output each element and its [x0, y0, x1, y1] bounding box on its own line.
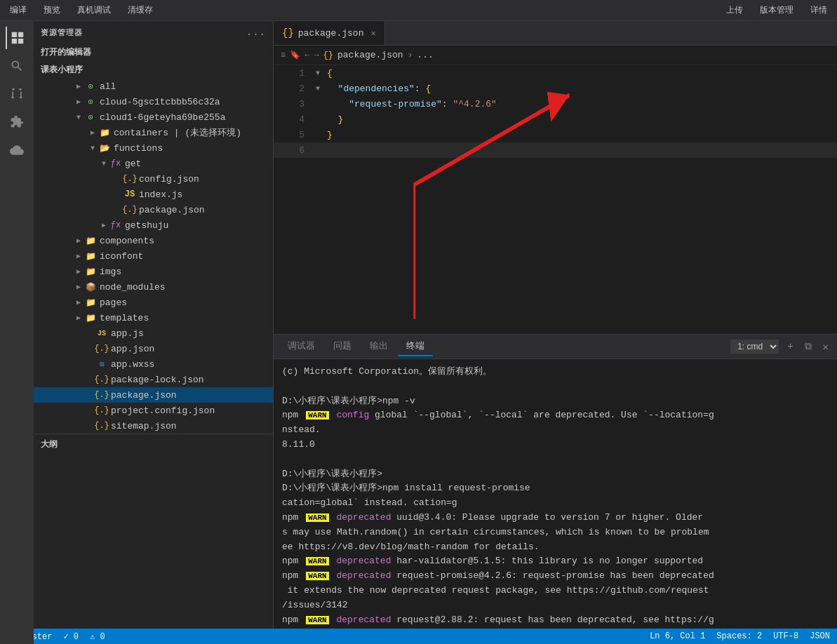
terminal-line-warn-rp3: /issues/3142	[282, 598, 829, 613]
status-errors[interactable]: ✓ 0	[63, 631, 79, 642]
code-line-6: 6	[274, 142, 837, 158]
top-toolbar: 编译 预览 真机调试 清缓存 上传 版本管理 详情	[0, 0, 837, 21]
func-icon-get: ƒx	[109, 157, 122, 170]
tree-item-containers[interactable]: ▶ 📁 containers | (未选择环境)	[34, 125, 273, 140]
panel-btn-add[interactable]: +	[784, 340, 796, 354]
tree-arrow-all: ▶	[73, 82, 84, 90]
folder-icon-iconfont: 📁	[84, 250, 97, 262]
tree-item-templates[interactable]: ▶ 📁 templates	[34, 310, 273, 326]
tree-item-app-json[interactable]: {.} app.json	[34, 341, 273, 356]
tree-arrow-imgs: ▶	[73, 267, 84, 276]
project-label[interactable]: 课表小程序	[34, 61, 273, 79]
tree-item-app-wxss[interactable]: ≋ app.wxss	[34, 356, 273, 372]
sidebar-header-dots[interactable]: ...	[246, 27, 266, 38]
terminal-line-warn1cont: nstead.	[282, 423, 829, 438]
tree-item-package-json-root[interactable]: {.} package.json	[34, 387, 273, 403]
tree-item-node-modules[interactable]: ▶ 📦 node_modules	[34, 279, 273, 295]
editor-body[interactable]: 1 ▼ { 2 ▼ "dependencies": { 3	[274, 65, 837, 334]
sidebar-content: 资源管理器 ... 打开的编辑器 课表小程序 ▶ ⊙ all ▶ ⊙ cloud…	[34, 21, 273, 629]
tree-item-components[interactable]: ▶ 📁 components	[34, 233, 273, 248]
tree-item-get[interactable]: ▼ ƒx get	[34, 156, 273, 171]
json-icon-pkgjson-get: {.}	[123, 203, 136, 216]
status-spaces[interactable]: Spaces: 2	[716, 631, 762, 641]
panel-tab-output[interactable]: 输出	[361, 337, 396, 356]
tree-arrow-templates: ▶	[73, 314, 84, 322]
panel-tab-debugger[interactable]: 调试器	[279, 337, 323, 356]
code-line-1: 1 ▼ {	[274, 65, 837, 81]
bottom-section-label[interactable]: 大纲	[34, 434, 273, 455]
toolbar-btn-clearcache[interactable]: 清缓存	[125, 3, 156, 18]
terminal-line-warn-req: npm WARN deprecated request@2.88.2: requ…	[282, 613, 829, 628]
toolbar-btn-preview[interactable]: 预览	[41, 3, 63, 18]
tree-label-projectconfig: project.config.json	[111, 405, 273, 416]
panel-btn-split[interactable]: ⧉	[802, 340, 815, 354]
json-icon-pkglock: {.}	[95, 373, 108, 386]
line-arrow-2[interactable]: ▼	[316, 85, 327, 93]
tree-item-package-json-get[interactable]: {.} package.json	[34, 202, 273, 217]
terminal-selector[interactable]: 1: cmd	[730, 340, 779, 354]
panel-tab-problems[interactable]: 问题	[325, 337, 360, 356]
js-icon-indexjs: JS	[123, 188, 136, 201]
editor-tab-package-json[interactable]: {} package.json ✕	[274, 21, 385, 45]
status-cursor[interactable]: Ln 6, Col 1	[650, 631, 705, 641]
panel-tab-terminal[interactable]: 终端	[398, 337, 433, 356]
tree-label-containers: containers | (未选择环境)	[114, 126, 273, 139]
deploy-icon[interactable]	[6, 139, 28, 161]
toolbar-btn-upload[interactable]: 上传	[723, 3, 746, 18]
tree-label-getshuju: getshuju	[125, 220, 273, 231]
open-editors-label[interactable]: 打开的编辑器	[34, 43, 273, 61]
sidebar: 资源管理器 ... 打开的编辑器 课表小程序 ▶ ⊙ all ▶ ⊙ cloud…	[0, 21, 274, 629]
line-num-6: 6	[279, 145, 304, 156]
tree-item-functions[interactable]: ▼ 📂 functions	[34, 140, 273, 156]
tree-item-index-js[interactable]: JS index.js	[34, 187, 273, 202]
cloud-icon-all: ⊙	[84, 80, 97, 93]
tree-item-iconfont[interactable]: ▶ 📁 iconfont	[34, 248, 273, 264]
json-icon-pkgjson: {.}	[95, 389, 108, 401]
status-encoding[interactable]: UTF-8	[773, 631, 798, 641]
tree-label-indexjs: index.js	[139, 189, 273, 200]
breadcrumb: ≡ 🔖 ← → {} package.json › ...	[274, 46, 837, 65]
tree-item-cloud2[interactable]: ▼ ⊙ cloud1-6geteyha69be255a	[34, 109, 273, 125]
tree-item-all[interactable]: ▶ ⊙ all	[34, 79, 273, 94]
toolbar-btn-compile[interactable]: 编译	[7, 3, 29, 18]
tree-item-sitemap[interactable]: {.} sitemap.json	[34, 418, 273, 434]
line-arrow-1[interactable]: ▼	[316, 69, 327, 77]
tab-close-button[interactable]: ✕	[370, 28, 375, 39]
search-icon[interactable]	[6, 55, 28, 77]
tree-item-getshuju[interactable]: ▶ ƒx getshuju	[34, 217, 273, 233]
breadcrumb-forward-icon[interactable]: →	[314, 51, 319, 60]
extensions-icon[interactable]	[6, 111, 28, 133]
toolbar-btn-detail[interactable]: 详情	[808, 3, 830, 18]
tree-item-imgs[interactable]: ▶ 📁 imgs	[34, 264, 273, 279]
source-control-icon[interactable]	[6, 83, 28, 105]
terminal-line-version: 8.11.0	[282, 438, 829, 452]
terminal-line-blank1	[282, 380, 829, 394]
tree-item-pages[interactable]: ▶ 📁 pages	[34, 295, 273, 310]
terminal-line-warn1: npm WARN config global `--global`, `--lo…	[282, 408, 829, 423]
breadcrumb-back-icon[interactable]: ←	[304, 51, 309, 60]
sidebar-icon-bar	[0, 21, 34, 629]
tree-item-package-lock[interactable]: {.} package-lock.json	[34, 372, 273, 387]
json-icon-sitemap: {.}	[95, 420, 108, 432]
toolbar-btn-version[interactable]: 版本管理	[757, 3, 796, 18]
tree-arrow-cloud1: ▶	[73, 98, 84, 106]
panel-btn-close[interactable]: ✕	[820, 340, 831, 354]
breadcrumb-file-icon: {}	[323, 51, 333, 60]
json-icon-config: {.}	[123, 173, 136, 185]
tree-label-components: components	[100, 236, 273, 246]
explorer-icon[interactable]	[6, 27, 28, 49]
line-num-3: 3	[279, 99, 304, 109]
tree-item-project-config[interactable]: {.} project.config.json	[34, 403, 273, 418]
terminal-body[interactable]: (c) Microsoft Corporation。保留所有权利。 D:\小程序…	[274, 359, 837, 629]
status-warnings[interactable]: ⚠ 0	[90, 631, 105, 642]
code-content-3: "request-promise": "^4.2.6"	[327, 99, 831, 109]
tree-item-app-js[interactable]: JS app.js	[34, 326, 273, 341]
tree-item-cloud1[interactable]: ▶ ⊙ cloud-5gsc1tcbbb56c32a	[34, 94, 273, 109]
tree-arrow-containers: ▶	[87, 128, 98, 137]
status-language[interactable]: JSON	[810, 631, 830, 641]
toolbar-btn-debug[interactable]: 真机调试	[74, 3, 114, 18]
terminal-line-warn-rp2: it extends the now deprecated request pa…	[282, 584, 829, 598]
terminal-line-warn-uuid2: s may use Math.random() in certain circu…	[282, 525, 829, 540]
tree-item-config-json[interactable]: {.} config.json	[34, 171, 273, 187]
sidebar-header: 资源管理器 ...	[34, 21, 273, 43]
